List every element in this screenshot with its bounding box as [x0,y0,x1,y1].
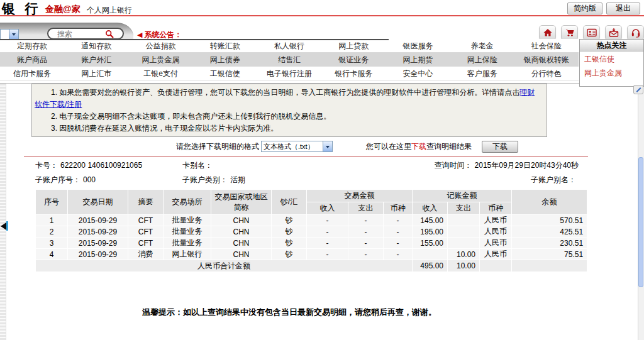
cart-button[interactable] [561,25,578,40]
download-hint-prefix: 您可以在这里 [366,141,411,152]
table-header-row-1: 序号 交易日期 摘要 交易场所 交易国家或地区简称 钞/汇 交易金额 记账金额 … [36,190,587,202]
download-hint-suffix: 查询明细结果 [426,141,472,152]
table-cell: 570.51 [512,215,587,226]
search-box[interactable] [47,28,124,40]
table-cell: 人民币 [480,226,511,237]
hot-panel-item[interactable]: 网上贵金属 [580,65,643,79]
brand-text: 金融@家 [45,4,80,15]
table-cell: - [384,226,412,237]
card-number-value: 622200 1406100921065 [60,161,142,170]
col-txn-amount-group: 交易金额 [307,190,412,202]
table-cell: 1 [36,215,67,226]
col-balance: 余额 [512,190,587,214]
nav-item[interactable]: 账户商品 [0,53,64,66]
sub-account-alias-label: 子账户别名： [531,175,576,184]
nav-item[interactable]: 网上贷款 [321,39,386,52]
nav-item[interactable]: 结售汇 [257,53,321,66]
nav-item[interactable]: 网上贵金属 [128,53,192,66]
scrollbar-thumb[interactable] [638,157,643,287]
col-book-expense: 支出 [448,202,479,214]
nav-item[interactable]: 电子银行注册 [257,67,321,80]
logout-button[interactable]: 退出 [606,3,640,14]
table-cell: 消费 [128,249,163,260]
category-dropdown[interactable] [0,29,19,40]
table-row: 12015-09-29CFT批量业务CHN钞---145.00人民币570.51 [36,215,587,226]
total-income: 495.00 [413,260,447,271]
table-cell: - [307,249,348,260]
table-cell [448,226,479,237]
nav-item[interactable]: 工银信使 [193,67,257,80]
sub-account-seq-field: 子账户序号：000 [35,175,96,185]
select-arrow-icon[interactable] [323,141,332,151]
nav-top-line [0,39,389,40]
scroll-top-button[interactable] [633,85,643,94]
download-format-label: 请您选择下载明细的格式 [176,141,259,152]
card-number-field: 卡号：622200 1406100921065 [35,160,142,171]
nav-item[interactable]: 分行特色 [514,67,579,80]
nav-item[interactable]: 通知存款 [64,39,128,52]
table-cell: 2 [36,226,67,237]
hot-panel-item[interactable]: 工银信使 [580,52,643,65]
nav-item[interactable]: 网上汇市 [64,67,128,80]
total-currency-empty [480,260,511,271]
toolbar: ◀ 系统公告： [0,18,644,39]
table-total-row: 人民币合计金额 495.00 10.00 [36,260,587,271]
nav-item[interactable]: 银行卡服务 [321,67,386,80]
table-cell: - [384,238,412,248]
download-hint-group: 您可以在这里 下载 查询明细结果 下载 [366,140,518,153]
nav-item[interactable]: 银商银权转账 [514,53,579,66]
download-link[interactable]: 下载 [411,141,426,152]
nav-item[interactable]: 私人银行 [257,39,321,52]
nav-item[interactable]: 银医服务 [386,39,450,52]
nav-item[interactable]: 公益捐款 [128,39,192,52]
col-txn-expense: 支出 [348,202,383,214]
nav-item[interactable]: 安全中心 [386,67,450,80]
hot-panel-list: 工银信使网上贵金属 [580,52,643,79]
top-header: 银 行 金融@家 个人网上银行 简约版 退出 [0,0,644,16]
nav-item[interactable]: 网上期货 [386,53,450,66]
table-cell: 2015-09-29 [68,215,128,226]
home-button[interactable] [539,25,556,40]
table-cell: 人民币 [480,238,511,248]
col-cash: 钞/汇 [272,190,306,214]
dropdown-arrow-icon[interactable] [9,30,18,39]
table-cell: CHN [211,215,271,226]
table-cell: 2015-09-29 [68,226,128,237]
table-row: 32015-09-29CFT批量业务CHN钞---155.00人民币230.51 [36,238,587,248]
card-alias-label: 卡别名： [182,161,213,170]
format-select-value: 文本格式（.txt） [262,142,323,151]
collapse-sidebar-arrow[interactable] [1,222,6,230]
nav-item[interactable]: 账户外汇 [64,53,128,66]
nav-row: 账户商品账户外汇网上贵金属网上债券结售汇银证业务网上期货网上保险银商银权转账 [0,53,579,67]
table-cell: 230.51 [512,238,587,248]
sub-account-alias-field: 子账户别名： [531,175,579,185]
nav-item[interactable]: 客户服务 [450,67,514,80]
card-alias-field: 卡别名： [182,160,215,171]
download-button[interactable]: 下载 [482,141,518,153]
search-input[interactable] [56,29,105,39]
format-select[interactable]: 文本格式（.txt） [261,141,333,152]
notice-box: 1. 如果您需要对您的银行资产、负债进行管理，您可以下载您的当日明细，导入工商银… [31,84,547,137]
nav-item[interactable]: 工银e支付 [128,67,192,80]
nav-item[interactable]: 银证业务 [321,53,386,66]
nav-item[interactable]: 信用卡服务 [0,67,64,80]
headset-icon [631,28,641,38]
search-icon[interactable] [105,30,114,38]
inbox-button[interactable] [605,25,622,40]
nav-item[interactable]: 社会保险 [514,39,579,52]
simple-version-button[interactable]: 简约版 [567,3,602,14]
contacts-button[interactable] [583,25,600,40]
nav-item[interactable]: 养老金 [450,39,514,52]
service-button[interactable] [627,25,644,40]
notice-line-1: 1. 如果您需要对您的银行资产、负债进行管理，您可以下载您的当日明细，导入工商银… [35,87,541,111]
nav-item[interactable]: 网上债券 [193,53,257,66]
table-cell [448,215,479,226]
collapse-accent [6,221,8,231]
nav-item[interactable]: 定期存款 [0,39,64,52]
nav-item[interactable]: 转账汇款 [193,39,257,52]
table-cell: 钞 [272,215,306,226]
col-txn-income: 收入 [307,202,348,214]
nav-item[interactable]: 网上保险 [450,53,514,66]
table-cell: 4 [36,249,67,260]
sub-account-seq-label: 子账户序号： [35,175,80,184]
